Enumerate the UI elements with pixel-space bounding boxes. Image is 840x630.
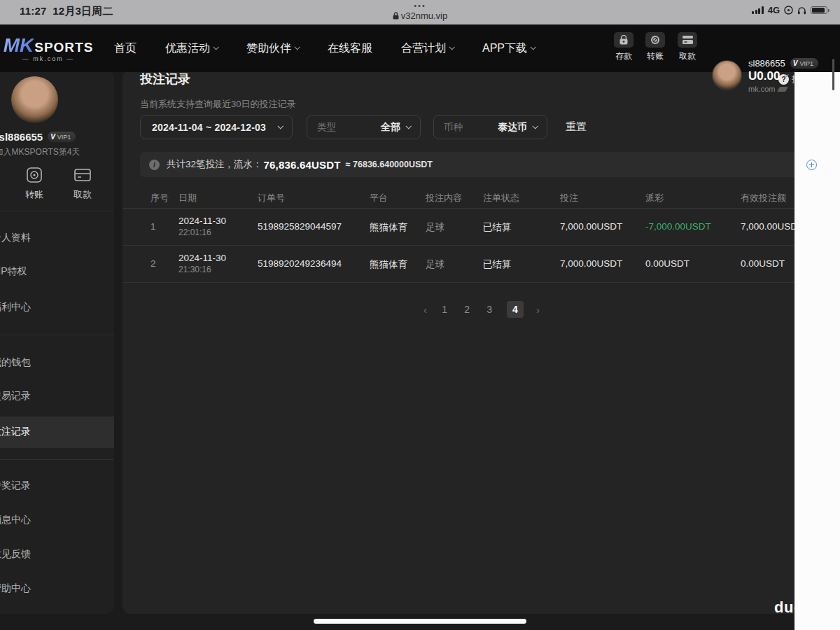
orientation-lock-icon (784, 6, 793, 15)
lock-icon (393, 12, 399, 20)
col-valid-bet: 有效投注额 (741, 192, 786, 204)
nav-item-sponsors[interactable]: 赞助伙伴 (246, 41, 299, 56)
table-row[interactable]: 2 2024-11-3021:30:16 5198920249236494 熊猫… (122, 246, 822, 283)
nav-item-label: APP下载 (482, 41, 527, 56)
page-3[interactable]: 3 (484, 304, 494, 315)
user-avatar[interactable] (712, 60, 742, 90)
table-row[interactable]: 1 2024-11-3022:01:16 5198925829044597 熊猫… (122, 209, 822, 246)
balance-value: U0.00 (748, 69, 780, 83)
row-time-text: 21:30:16 (178, 265, 226, 274)
vip-level-text: VIP1 (799, 60, 813, 67)
row-no: 1 (150, 221, 156, 232)
row-platform: 熊猫体育 (370, 221, 407, 234)
row-platform: 熊猫体育 (370, 258, 407, 271)
transfer-label: 转账 (647, 50, 664, 62)
tab-dots[interactable]: ••• (0, 1, 840, 10)
home-indicator[interactable] (314, 619, 526, 624)
logo-mk-text: MK (4, 34, 34, 57)
sidebar-item-wallet[interactable]: 我的钱包 (0, 356, 31, 369)
username-text: sl886655 (748, 58, 785, 69)
nav-item-label: 在线客服 (328, 41, 372, 56)
currency-label: 币种 (444, 121, 463, 134)
withdraw-button[interactable]: 取款 (678, 32, 697, 62)
type-select[interactable]: 类型 全部 (307, 115, 421, 139)
deposit-label: 存款 (615, 50, 632, 62)
nav-item-app-download[interactable]: APP下载 (482, 41, 535, 56)
deposit-icon (618, 35, 629, 46)
chevron-down-icon (405, 123, 411, 129)
sidebar-item-winning-records[interactable]: 中奖记录 (0, 479, 31, 492)
query-range-hint: 当前系统支持查询最近30日的投注记录 (140, 98, 295, 111)
avatar[interactable] (11, 76, 58, 123)
row-date: 2024-11-3022:01:16 (178, 216, 226, 237)
plus-circle-icon[interactable] (806, 160, 817, 170)
sidebar-withdraw-button[interactable]: 取款 (62, 167, 104, 201)
reset-button[interactable]: 重置 (566, 120, 587, 134)
signal-icon (752, 6, 764, 14)
prev-page-icon[interactable]: ‹ (424, 304, 427, 316)
row-status: 已结算 (483, 258, 512, 271)
sidebar-item-help-center[interactable]: 帮助中心 (0, 582, 31, 595)
nav-item-label: 合营计划 (401, 41, 446, 56)
row-no: 2 (150, 258, 156, 269)
scrollbar[interactable] (832, 59, 834, 90)
row-date-text: 2024-11-30 (178, 216, 226, 226)
sidebar-transfer-button[interactable]: 转账 (13, 167, 55, 201)
row-date: 2024-11-3021:30:16 (178, 253, 226, 274)
chevron-down-icon (449, 44, 454, 50)
nav-item-affiliate[interactable]: 合营计划 (401, 41, 454, 56)
address-bar[interactable]: v32nmu.vip (0, 10, 840, 21)
transfer-button[interactable]: 转账 (645, 32, 665, 62)
row-bet: 7,000.00USDT (560, 258, 622, 269)
chevron-down-icon (294, 44, 300, 50)
sidebar-item-vip-privileges[interactable]: VIP特权 (0, 265, 27, 278)
site-label: mk.com (748, 85, 787, 93)
status-bar: 11:27 12月3日周二 ••• v32nmu.vip 4G (0, 0, 840, 24)
sidebar-item-benefits-center[interactable]: 福利中心 (0, 301, 31, 314)
row-order: 5198925829044597 (258, 221, 342, 232)
divider (0, 335, 114, 335)
row-date-text: 2024-11-30 (178, 253, 226, 263)
status-right-icons: 4G (752, 5, 827, 15)
date-range-select[interactable]: 2024-11-04 ~ 2024-12-03 (140, 115, 293, 139)
chevron-down-icon (532, 123, 538, 129)
nav-item-support[interactable]: 在线客服 (328, 41, 372, 56)
balance-dropdown[interactable]: U0.00 (748, 69, 788, 83)
sidebar-item-feedback[interactable]: 意见反馈 (0, 548, 31, 561)
network-badge: 4G (768, 5, 780, 15)
nav-item-home[interactable]: 首页 (114, 41, 136, 56)
nav-item-label: 优惠活动 (165, 41, 210, 56)
col-status: 注单状态 (483, 192, 519, 204)
top-navbar: MK SPORTS — mk.com — 首页 优惠活动 赞助伙伴 在线客服 合… (0, 24, 840, 72)
site-text: mk.com (748, 85, 776, 93)
row-valid-bet: 7,000.00USDT (741, 221, 803, 232)
sidebar-item-profile[interactable]: 个人资料 (0, 232, 31, 244)
nav-item-promotions[interactable]: 优惠活动 (165, 41, 218, 56)
row-bet: 7,000.00USDT (560, 221, 622, 232)
sidebar-item-message-center[interactable]: 消息中心 (0, 514, 31, 526)
sidebar-item-transaction-records[interactable]: 交易记录 (0, 390, 31, 402)
headphones-icon (797, 6, 806, 15)
chevron-down-icon (277, 123, 283, 129)
transfer-icon (650, 34, 661, 46)
vip-badge: V VIP1 (790, 58, 818, 69)
page-2[interactable]: 2 (462, 304, 472, 315)
page-title: 投注记录 (140, 71, 190, 88)
page-4-active[interactable]: 4 (507, 301, 524, 318)
next-page-icon[interactable]: › (536, 304, 540, 316)
nav-item-label: 赞助伙伴 (246, 41, 291, 56)
date-range-value: 2024-11-04 ~ 2024-12-03 (152, 122, 278, 133)
info-icon: i (149, 160, 160, 170)
vip-badge: V VIP1 (48, 132, 76, 142)
summary-approx: ≈ 76836.640000USDT (346, 160, 433, 169)
mk-sports-logo[interactable]: MK SPORTS — mk.com — (10, 34, 87, 62)
withdraw-icon (682, 35, 694, 45)
currency-select[interactable]: 币种 泰达币 (433, 115, 547, 139)
type-value: 全部 (381, 121, 400, 134)
url-text: v32nmu.vip (401, 10, 447, 21)
col-platform: 平台 (370, 192, 388, 204)
vip-v-icon: V (50, 133, 55, 141)
sidebar-item-bet-records[interactable]: 投注记录 (0, 426, 31, 438)
page-1[interactable]: 1 (440, 304, 449, 315)
deposit-button[interactable]: 存款 (614, 32, 634, 62)
